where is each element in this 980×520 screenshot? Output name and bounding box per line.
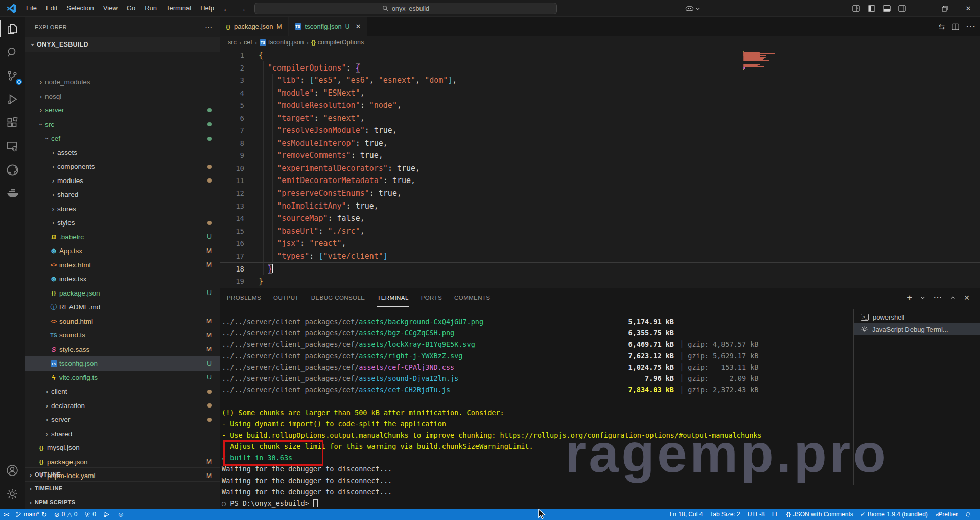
breadcrumb-item-src[interactable]: src xyxy=(228,39,237,46)
new-terminal-icon[interactable]: + xyxy=(907,292,912,303)
tree-item-vite-config-ts[interactable]: ϟvite.config.tsU xyxy=(25,371,220,385)
tree-item-package-json[interactable]: {}package.jsonM xyxy=(25,455,220,469)
menu-go[interactable]: Go xyxy=(122,2,140,14)
menu-edit[interactable]: Edit xyxy=(41,2,62,14)
activity-explorer-icon[interactable] xyxy=(0,17,25,40)
tree-item-server[interactable]: ›server xyxy=(25,413,220,427)
toggle-primary-sidebar-icon[interactable] xyxy=(864,2,879,15)
tree-item-client[interactable]: ›client xyxy=(25,385,220,399)
split-editor-icon[interactable] xyxy=(952,23,959,30)
code-line-7[interactable]: 7 "resolveJsonModule": true, xyxy=(220,124,980,137)
code-line-16[interactable]: 16 "jsx": "react", xyxy=(220,237,980,250)
panel-tab-debug-console[interactable]: DEBUG CONSOLE xyxy=(311,288,365,307)
sidebar-section-npm-scripts[interactable]: ›NPM SCRIPTS xyxy=(25,495,220,509)
editor-tab-tsconfig-json[interactable]: TStsconfig.jsonU✕ xyxy=(289,17,368,36)
panel-tab-problems[interactable]: PROBLEMS xyxy=(227,288,261,307)
tree-item-assets[interactable]: ›assets xyxy=(25,146,220,160)
tree-item-style-sass[interactable]: Sstyle.sassM xyxy=(25,343,220,357)
tree-item-nosql[interactable]: ›nosql xyxy=(25,89,220,104)
menu-view[interactable]: View xyxy=(99,2,122,14)
terminal-instance-js-debug[interactable]: JavaScript Debug Termi... xyxy=(854,323,980,335)
tree-item-shared[interactable]: ›shared xyxy=(25,427,220,441)
tree-item-declaration[interactable]: ›declaration xyxy=(25,399,220,413)
tree-item--babelrc[interactable]: B.babelrcU xyxy=(25,230,220,244)
tree-item-package-json[interactable]: {}package.jsonU xyxy=(25,286,220,301)
panel-tab-output[interactable]: OUTPUT xyxy=(273,288,299,307)
status-cursor-position[interactable]: Ln 18, Col 4 xyxy=(666,509,707,520)
code-line-18[interactable]: 18 } xyxy=(220,262,980,275)
menu-run[interactable]: Run xyxy=(140,2,161,14)
activity-account-icon[interactable] xyxy=(0,459,25,482)
toggle-secondary-sidebar-icon[interactable] xyxy=(894,2,909,15)
breadcrumb-item-tsconfig.json[interactable]: TS tsconfig.json xyxy=(260,39,304,46)
copilot-menu[interactable] xyxy=(685,0,701,17)
menu-file[interactable]: File xyxy=(21,2,41,14)
tree-item-sound-html[interactable]: <>sound.htmlM xyxy=(25,314,220,329)
activity-source-control-icon[interactable] xyxy=(0,64,25,87)
code-line-8[interactable]: 8 "esModuleInterop": true, xyxy=(220,137,980,150)
panel-tab-terminal[interactable]: TERMINAL xyxy=(377,288,408,307)
status-feedback[interactable]: ☺ xyxy=(113,509,128,520)
code-line-11[interactable]: 11 "emitDecoratorMetadata": true, xyxy=(220,174,980,187)
tree-item-src[interactable]: ›src xyxy=(25,118,220,132)
explorer-more-actions-icon[interactable]: ··· xyxy=(205,24,213,30)
breadcrumb-item-cef[interactable]: cef xyxy=(244,39,252,46)
tree-item-readme-md[interactable]: ⓘREADME.md xyxy=(25,300,220,314)
open-changes-icon[interactable]: ⇆ xyxy=(938,22,945,31)
status-encoding[interactable]: UTF-8 xyxy=(744,509,768,520)
tree-item-app-tsx[interactable]: ⊛App.tsxM xyxy=(25,244,220,258)
customize-layout-icon[interactable] xyxy=(848,2,864,15)
menu-selection[interactable]: Selection xyxy=(62,2,98,14)
breadcrumb[interactable]: src›cef›TS tsconfig.json›{} compilerOpti… xyxy=(220,36,980,49)
command-center-search[interactable]: onyx_esbuild xyxy=(254,3,557,14)
panel-tab-ports[interactable]: PORTS xyxy=(421,288,442,307)
status-debug-start[interactable] xyxy=(100,509,113,520)
sidebar-section-outline[interactable]: ›OUTLINE xyxy=(25,467,220,481)
code-line-6[interactable]: 6 "target": "esnext", xyxy=(220,112,980,125)
status-indentation[interactable]: Tab Size: 2 xyxy=(706,509,743,520)
tree-item-modules[interactable]: ›modules xyxy=(25,174,220,188)
code-line-17[interactable]: 17 "types": ["vite/client"] xyxy=(220,250,980,263)
tree-item-server[interactable]: ›server xyxy=(25,103,220,118)
close-tab-icon[interactable]: ✕ xyxy=(356,22,361,30)
activity-run-debug-icon[interactable] xyxy=(0,87,25,111)
panel-tab-comments[interactable]: COMMENTS xyxy=(454,288,490,307)
tree-item-tsconfig-json[interactable]: TStsconfig.jsonU xyxy=(25,356,220,371)
nav-back-icon[interactable]: ← xyxy=(219,4,235,13)
code-line-13[interactable]: 13 "noImplicitAny": true, xyxy=(220,200,980,213)
code-line-9[interactable]: 9 "removeComments": true, xyxy=(220,149,980,162)
tree-item-shared[interactable]: ›shared xyxy=(25,188,220,202)
tree-item-index-tsx[interactable]: ⊛index.tsx xyxy=(25,272,220,286)
breadcrumb-item-compileroptions[interactable]: {} compilerOptions xyxy=(311,39,364,46)
code-line-14[interactable]: 14 "sourceMap": false, xyxy=(220,212,980,225)
activity-remote-explorer-icon[interactable] xyxy=(0,134,25,158)
maximize-panel-icon[interactable] xyxy=(950,295,955,300)
toggle-panel-icon[interactable] xyxy=(879,2,894,15)
tree-item-node-modules[interactable]: ›node_modules xyxy=(25,75,220,89)
terminal-dropdown-icon[interactable] xyxy=(920,295,925,300)
close-button[interactable]: ✕ xyxy=(956,0,980,17)
activity-search-icon[interactable] xyxy=(0,40,25,64)
sidebar-section-timeline[interactable]: ›TIMELINE xyxy=(25,481,220,495)
tree-item-cef[interactable]: ›cef xyxy=(25,131,220,146)
close-panel-icon[interactable]: ✕ xyxy=(964,293,970,302)
code-line-5[interactable]: 5 "moduleResolution": "node", xyxy=(220,99,980,112)
tree-item-index-html[interactable]: <>index.htmlM xyxy=(25,258,220,273)
code-line-4[interactable]: 4 "module": "ESNext", xyxy=(220,87,980,100)
maximize-button[interactable] xyxy=(933,0,956,17)
tree-item-mysql-json[interactable]: {}mysql.json xyxy=(25,441,220,455)
tree-item-components[interactable]: ›components xyxy=(25,160,220,174)
status-remote-indicator[interactable]: >< xyxy=(0,509,12,520)
code-editor[interactable]: 1{2 "compilerOptions": {3 "lib": ["es5",… xyxy=(220,49,980,288)
activity-github-icon[interactable] xyxy=(0,158,25,182)
activity-extensions-icon[interactable] xyxy=(0,111,25,134)
panel-more-icon[interactable]: ··· xyxy=(934,293,942,302)
menu-terminal[interactable]: Terminal xyxy=(161,2,196,14)
nav-forward-icon[interactable]: → xyxy=(235,4,250,13)
status-ports[interactable]: 0 xyxy=(81,509,100,520)
tree-item-styles[interactable]: ›styles xyxy=(25,216,220,230)
status-git-branch[interactable]: main*↻ xyxy=(12,509,51,520)
tree-root-onyx-esbuild[interactable]: › ONYX_ESBUILD xyxy=(25,37,220,52)
code-line-12[interactable]: 12 "preserveConstEnums": true, xyxy=(220,187,980,200)
status-prettier[interactable]: ✓✓ Prettier xyxy=(931,509,962,520)
